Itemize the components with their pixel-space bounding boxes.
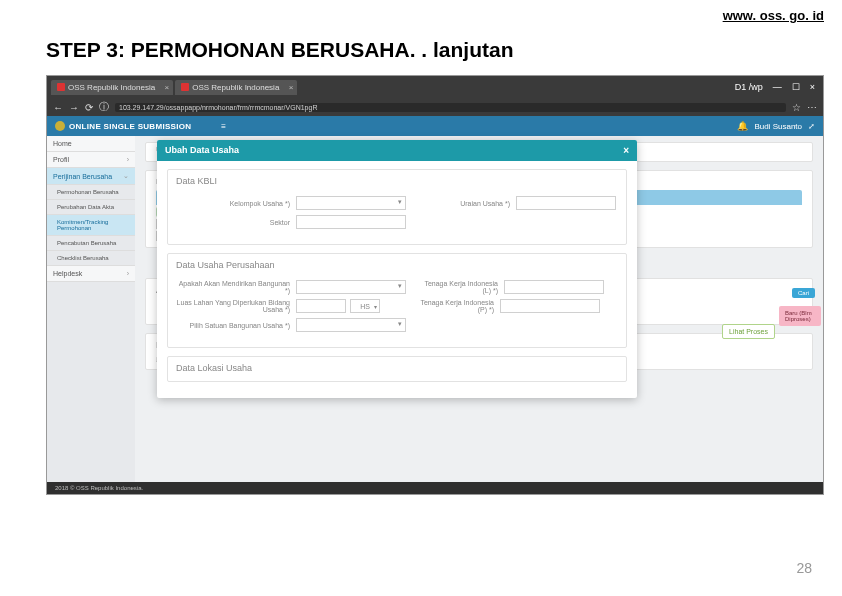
sidebar-item-label: Home [53,140,72,147]
section-title: Data KBLI [176,176,618,190]
label-mendirikan: Apakah Akan Mendirikan Bangunan *) [176,280,296,294]
chevron-right-icon: › [127,156,129,163]
maximize-icon[interactable]: ☐ [792,82,800,92]
sidebar: Home Profil › Perijinan Berusaha ⌄ Permo… [47,136,135,494]
close-icon[interactable]: × [289,83,294,92]
label-tki-l: Tenaga Kerja Indonesia (L) *) [424,280,504,294]
modal-body: Data KBLI Kelompok Usaha *) Uraian Usaha… [157,161,637,398]
section-perusahaan: Data Usaha Perusahaan Apakah Akan Mendir… [167,253,627,348]
reload-icon[interactable]: ⟳ [85,102,93,113]
top-right-text: D1 /wp [735,82,763,92]
sidebar-item-label: Pencabutan Berusaha [57,240,116,246]
label-pilih-satuan: Pilih Satuan Bangunan Usaha *) [176,322,296,329]
forward-icon[interactable]: → [69,102,79,113]
input-sektor[interactable] [296,215,406,229]
modal-title: Ubah Data Usaha [165,145,239,156]
sidebar-item-komitmen[interactable]: Komitmen/Tracking Permohonan [47,215,135,236]
browser-chrome: OSS Republik Indonesia × OSS Republik In… [47,76,823,116]
label-sektor: Sektor [176,219,296,226]
section-title: Data Usaha Perusahaan [176,260,618,274]
expand-icon[interactable]: ⤢ [808,122,815,131]
sidebar-item-perijinan[interactable]: Perijinan Berusaha ⌄ [47,168,135,185]
user-name[interactable]: Budi Susanto [754,122,802,131]
close-icon[interactable]: × [623,145,629,156]
sidebar-item-helpdesk[interactable]: Helpdesk › [47,266,135,282]
label-uraian-usaha: Uraian Usaha *) [436,200,516,207]
address-bar: ← → ⟳ ⓘ 103.29.147.29/ossappapp/nrmohona… [47,98,823,116]
tab-label: OSS Republik Indonesia [68,83,155,92]
app-footer: 2018 © OSS Republik Indonesia. [47,482,823,494]
page-number: 28 [796,560,812,576]
sidebar-item-checklist[interactable]: Checklist Berusaha [47,251,135,266]
minimize-icon[interactable]: — [773,82,782,92]
chevron-down-icon: ⌄ [123,172,129,180]
select-pilih-satuan[interactable] [296,318,406,332]
sidebar-item-pencabutan[interactable]: Pencabutan Berusaha [47,236,135,251]
section-title: Data Lokasi Usaha [176,363,618,377]
modal-ubah-data-usaha: Ubah Data Usaha × Data KBLI Kelompok Usa… [157,140,637,398]
select-hs[interactable]: HS [350,299,380,313]
sidebar-item-home[interactable]: Home [47,136,135,152]
url-input[interactable]: 103.29.147.29/ossappapp/nrmohonar/frm/rr… [115,103,786,112]
close-icon[interactable]: × [810,82,815,92]
app-area: ONLINE SINGLE SUBMISSION ≡ 🔔 Budi Susant… [47,116,823,494]
sidebar-item-label: Checklist Berusaha [57,255,109,261]
sidebar-item-profil[interactable]: Profil › [47,152,135,168]
app-title: ONLINE SINGLE SUBMISSION [69,122,191,131]
chevron-right-icon: › [127,270,129,277]
close-icon[interactable]: × [165,83,170,92]
input-tki-l[interactable] [504,280,604,294]
status-badge: Baru (Blm Diproses) [779,306,821,326]
sidebar-item-perubahan[interactable]: Perubahan Data Akta [47,200,135,215]
section-kbli: Data KBLI Kelompok Usaha *) Uraian Usaha… [167,169,627,245]
website-link[interactable]: www. oss. go. id [723,8,824,23]
sidebar-item-label: Profil [53,156,69,163]
app-topbar: ONLINE SINGLE SUBMISSION ≡ 🔔 Budi Susant… [47,116,823,136]
sidebar-item-label: Perijinan Berusaha [53,173,112,180]
lihat-proses-button[interactable]: Lihat Proses [722,324,775,339]
label-luas-lahan: Luas Lahan Yang Diperlukan Bidang Usaha … [176,299,296,313]
sidebar-item-label: Perubahan Data Akta [57,204,114,210]
back-icon[interactable]: ← [53,102,63,113]
select-mendirikan[interactable] [296,280,406,294]
label-tki-p: Tenaga Kerja Indonesia (P) *) [420,299,500,313]
menu-icon[interactable]: ⋯ [807,102,817,113]
sidebar-item-label: Komitmen/Tracking Permohonan [57,219,129,231]
sidebar-item-label: Helpdesk [53,270,82,277]
page-title: STEP 3: PERMOHONAN BERUSAHA. . lanjutan [46,38,514,62]
menu-toggle-icon[interactable]: ≡ [221,122,226,131]
info-icon[interactable]: ⓘ [99,100,109,114]
input-luas-lahan[interactable] [296,299,346,313]
sidebar-item-permohonan[interactable]: Permohonan Berusaha [47,185,135,200]
screenshot-frame: OSS Republik Indonesia × OSS Republik In… [46,75,824,495]
bell-icon[interactable]: 🔔 [737,121,748,131]
browser-tab[interactable]: OSS Republik Indonesia × [175,80,297,95]
input-tki-p[interactable] [500,299,600,313]
modal-header: Ubah Data Usaha × [157,140,637,161]
tab-label: OSS Republik Indonesia [192,83,279,92]
section-lokasi: Data Lokasi Usaha [167,356,627,382]
crest-icon [55,121,65,131]
sidebar-item-label: Permohonan Berusaha [57,189,119,195]
star-icon[interactable]: ☆ [792,102,801,113]
favicon-icon [57,83,65,91]
label-kelompok-usaha: Kelompok Usaha *) [176,200,296,207]
tab-bar: OSS Republik Indonesia × OSS Republik In… [47,76,823,98]
select-kelompok-usaha[interactable] [296,196,406,210]
browser-tab[interactable]: OSS Republik Indonesia × [51,80,173,95]
search-button[interactable]: Cari [792,288,815,298]
favicon-icon [181,83,189,91]
input-uraian-usaha[interactable] [516,196,616,210]
